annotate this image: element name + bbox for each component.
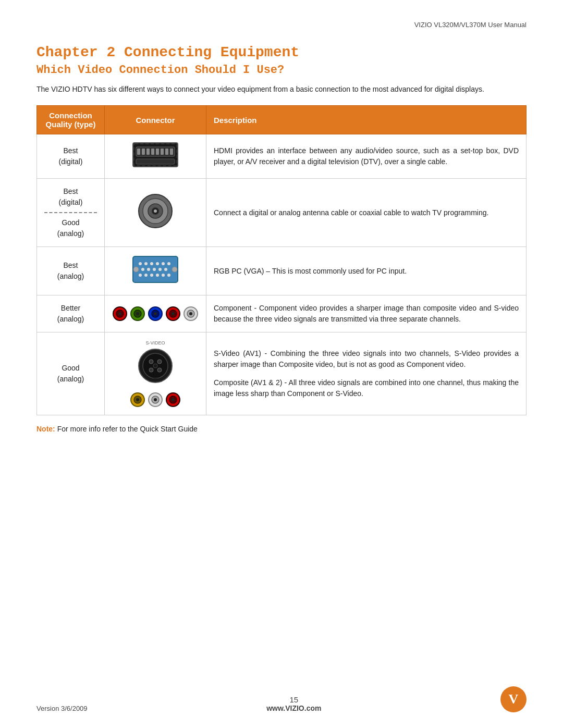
connector-cell-svideo: S-VIDEO	[105, 332, 206, 415]
manual-header: VIZIO VL320M/VL370M User Manual	[36, 21, 527, 29]
intro-paragraph: The VIZIO HDTV has six different ways to…	[36, 84, 527, 95]
vga-connector-icon	[132, 254, 179, 285]
quality-cell-vga: Best (analog)	[37, 247, 105, 295]
svideo-description: S-Video (AV1) - Combining the three vide…	[214, 348, 519, 370]
quality-label: Best	[63, 146, 78, 155]
svg-point-35	[133, 267, 139, 272]
svg-point-65	[154, 398, 157, 401]
svg-point-57	[157, 368, 162, 372]
coax-connector-icon	[137, 193, 174, 229]
svg-point-68	[172, 398, 175, 401]
rca-green-icon	[130, 306, 145, 322]
quality-type: (digital)	[59, 157, 83, 166]
svg-rect-9	[170, 149, 173, 155]
svg-point-30	[144, 274, 148, 277]
svg-point-34	[167, 274, 170, 277]
connector-cell-coax	[105, 179, 206, 247]
svg-point-25	[147, 268, 150, 271]
svg-point-58	[153, 364, 157, 368]
note-text: For more info refer to the Quick Start G…	[57, 425, 198, 433]
svg-point-18	[139, 262, 142, 265]
header-connector: Connector	[105, 106, 206, 134]
svg-rect-4	[146, 149, 150, 155]
svideo-wrapper: S-VIDEO	[138, 340, 173, 387]
svg-point-27	[158, 268, 162, 271]
svg-point-62	[136, 398, 139, 401]
svg-point-36	[172, 267, 177, 272]
quality-label: Better	[61, 304, 80, 312]
section-title: Which Video Connection Should I Use?	[36, 64, 527, 77]
footer-logo: V	[500, 686, 527, 712]
desc-cell-hdmi: HDMI provides an interface between any a…	[206, 134, 527, 179]
rca-white-icon	[183, 306, 199, 322]
svg-point-16	[154, 209, 157, 213]
svg-point-39	[118, 312, 121, 315]
quality-label: Good	[62, 218, 79, 227]
svg-rect-3	[142, 149, 145, 155]
quality-cell-svideo: Good (analog)	[37, 332, 105, 415]
composite-red-icon	[165, 392, 181, 408]
desc-cell-svideo: S-Video (AV1) - Combining the three vide…	[206, 332, 527, 415]
quality-label: Best	[63, 187, 78, 195]
svg-rect-2	[137, 149, 140, 155]
svg-point-42	[136, 312, 139, 315]
svg-point-48	[172, 312, 175, 315]
svideo-label: S-VIDEO	[138, 340, 173, 347]
svg-point-51	[189, 312, 192, 315]
svideo-connector-icon	[138, 348, 173, 384]
quality-cell-coax: Best (digital) Good (analog)	[37, 179, 105, 247]
table-row: Best (digital)	[37, 134, 527, 179]
page-number: 15	[88, 695, 500, 704]
quality-label: Good	[62, 364, 79, 372]
chapter-title: Chapter 2 Connecting Equipment	[36, 44, 527, 60]
svg-point-32	[156, 274, 159, 277]
quality-type: (analog)	[57, 272, 84, 280]
svg-point-20	[150, 262, 153, 265]
component-connector-icon	[112, 306, 199, 322]
svg-point-56	[149, 368, 153, 372]
hdmi-connector-icon	[132, 142, 179, 168]
table-row: Best (digital) Good (analog)	[37, 179, 527, 247]
page-footer: Version 3/6/2009 15 www.VIZIO.com V	[36, 686, 527, 712]
rca-red-icon	[112, 306, 128, 322]
connector-cell-component	[105, 295, 206, 332]
svg-point-21	[156, 262, 159, 265]
table-row: Good (analog) S-VIDEO	[37, 332, 527, 415]
rca-red2-icon	[165, 306, 181, 322]
quality-type: (digital)	[59, 198, 83, 206]
svg-point-33	[162, 274, 165, 277]
composite-connector-icon	[130, 392, 181, 408]
header-quality: Connection Quality (type)	[37, 106, 105, 134]
svg-point-24	[141, 268, 144, 271]
svg-point-45	[154, 312, 157, 315]
note-paragraph: Note: For more info refer to the Quick S…	[36, 425, 527, 433]
quality-cell-component: Better (analog)	[37, 295, 105, 332]
svg-point-19	[144, 262, 148, 265]
footer-center: 15 www.VIZIO.com	[88, 695, 500, 712]
footer-version: Version 3/6/2009	[36, 705, 88, 712]
composite-description: Composite (AV1 & 2) - All three video si…	[214, 377, 519, 399]
desc-cell-component: Component - Component video provides a s…	[206, 295, 527, 332]
desc-cell-coax: Connect a digital or analog antenna cabl…	[206, 179, 527, 247]
connector-cell-hdmi	[105, 134, 206, 179]
quality-label: Best	[63, 261, 78, 269]
svg-point-55	[157, 360, 162, 364]
connection-table: Connection Quality (type) Connector Desc…	[36, 105, 527, 415]
svg-rect-10	[136, 159, 175, 164]
quality-cell: Best (digital)	[37, 134, 105, 179]
table-row: Best (analog)	[37, 247, 527, 295]
composite-yellow-icon	[130, 392, 145, 408]
svg-rect-6	[156, 149, 159, 155]
svg-rect-59	[153, 378, 157, 381]
svg-rect-5	[151, 149, 154, 155]
header-description: Description	[206, 106, 527, 134]
svg-point-31	[150, 274, 153, 277]
svg-point-54	[149, 360, 153, 364]
footer-website: www.VIZIO.com	[88, 704, 500, 712]
composite-white-icon	[148, 392, 163, 408]
quality-type: (analog)	[57, 315, 84, 323]
svg-point-29	[139, 274, 142, 277]
svg-point-23	[167, 262, 170, 265]
svg-rect-7	[161, 149, 164, 155]
quality-type: (analog)	[57, 375, 84, 383]
